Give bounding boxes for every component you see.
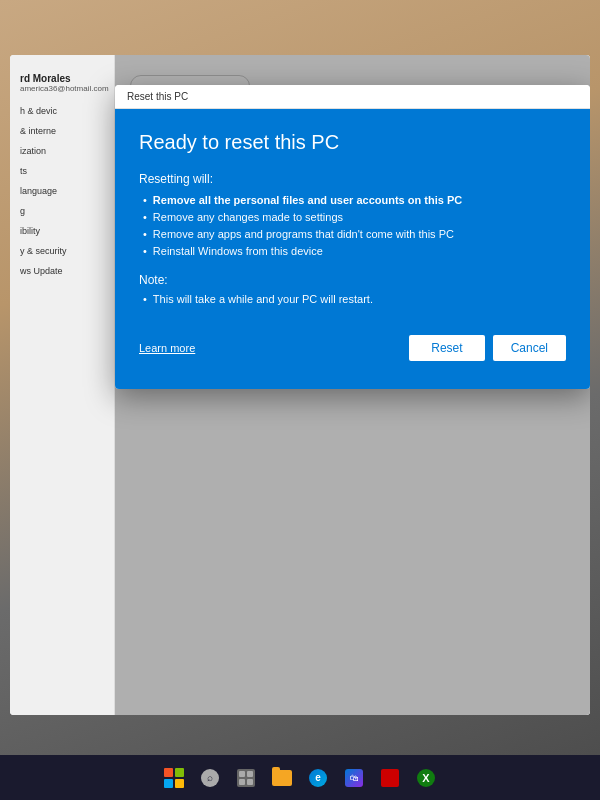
sidebar-item-apps[interactable]: ts	[10, 161, 114, 181]
folder-icon	[272, 770, 292, 786]
xbox-button[interactable]: X	[414, 766, 438, 790]
resetting-will-label: Resetting will:	[139, 172, 566, 186]
edge-icon: e	[309, 769, 327, 787]
sidebar-item-personalization[interactable]: ization	[10, 141, 114, 161]
note-list: This will take a while and your PC will …	[139, 293, 566, 305]
list-item: Remove any apps and programs that didn't…	[143, 228, 566, 240]
dialog-body: Ready to reset this PC Resetting will: R…	[115, 109, 590, 389]
settings-page: rd Morales america36@hotmail.com h & dev…	[10, 55, 590, 715]
dialog-overlay: Reset this PC Ready to reset this PC Res…	[115, 55, 590, 715]
list-item: Reinstall Windows from this device	[143, 245, 566, 257]
taskview-icon	[237, 769, 255, 787]
edge-button[interactable]: e	[306, 766, 330, 790]
xbox-icon: X	[417, 769, 435, 787]
user-profile: rd Morales america36@hotmail.com	[10, 65, 114, 101]
dialog-footer: Learn more Reset Cancel	[139, 335, 566, 361]
reset-button[interactable]: Reset	[409, 335, 484, 361]
start-button[interactable]	[162, 766, 186, 790]
search-taskbar-button[interactable]: ⌕	[198, 766, 222, 790]
file-explorer-button[interactable]	[270, 766, 294, 790]
svg-rect-0	[239, 771, 245, 777]
cancel-button[interactable]: Cancel	[493, 335, 566, 361]
laptop-screen: rd Morales america36@hotmail.com h & dev…	[10, 55, 590, 715]
dialog-titlebar: Reset this PC	[115, 85, 590, 109]
list-item: This will take a while and your PC will …	[143, 293, 566, 305]
svg-rect-1	[247, 771, 253, 777]
resetting-will-list: Remove all the personal files and user a…	[139, 194, 566, 257]
sidebar-item-accounts[interactable]: g	[10, 201, 114, 221]
sidebar-item-language[interactable]: language	[10, 181, 114, 201]
sidebar: rd Morales america36@hotmail.com h & dev…	[10, 55, 115, 715]
note-label: Note:	[139, 273, 566, 287]
sidebar-item-accessibility[interactable]: ibility	[10, 221, 114, 241]
dialog-title: Ready to reset this PC	[139, 131, 566, 154]
mail-icon	[381, 769, 399, 787]
taskbar: ⌕ e 🛍 X	[0, 755, 600, 800]
reset-pc-dialog: Reset this PC Ready to reset this PC Res…	[115, 85, 590, 389]
sidebar-item-windows-update[interactable]: ws Update	[10, 261, 114, 281]
sidebar-item-network[interactable]: h & devic	[10, 101, 114, 121]
windows-logo-icon	[164, 768, 184, 788]
store-icon: 🛍	[345, 769, 363, 787]
svg-rect-3	[247, 779, 253, 785]
list-item: Remove any changes made to settings	[143, 211, 566, 223]
profile-name: rd Morales	[20, 73, 104, 84]
store-button[interactable]: 🛍	[342, 766, 366, 790]
dialog-buttons: Reset Cancel	[409, 335, 566, 361]
main-content: System › Recovery If you're having probl…	[115, 55, 590, 715]
list-item: Remove all the personal files and user a…	[143, 194, 566, 206]
sidebar-item-internet[interactable]: & interne	[10, 121, 114, 141]
learn-more-link[interactable]: Learn more	[139, 342, 195, 354]
svg-rect-2	[239, 779, 245, 785]
taskview-button[interactable]	[234, 766, 258, 790]
mail-button[interactable]	[378, 766, 402, 790]
profile-email: america36@hotmail.com	[20, 84, 104, 93]
search-icon: ⌕	[201, 769, 219, 787]
sidebar-item-privacy[interactable]: y & security	[10, 241, 114, 261]
